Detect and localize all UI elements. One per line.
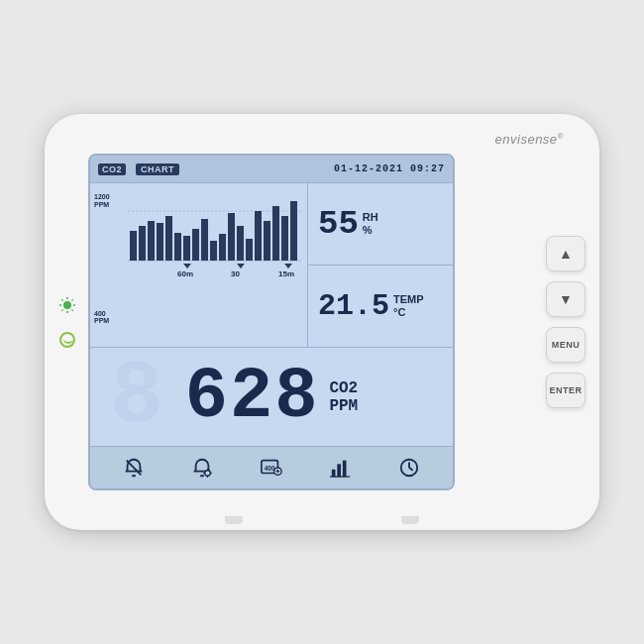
temperature-value: 21.5 [318,291,389,321]
svg-text:15m: 15m [278,269,294,278]
svg-rect-49 [343,461,347,478]
temperature-unit: TEMP°C [393,293,424,319]
screen-middle: 1200PPM 400PPM [90,183,453,348]
svg-text:30: 30 [231,269,240,278]
svg-rect-21 [219,234,226,261]
menu-label: MENU [552,340,581,350]
svg-rect-19 [201,219,208,261]
svg-rect-48 [337,464,341,477]
main-screen: CO2 CHART 01-12-2021 09:27 1200PPM 400PP… [88,154,455,490]
screen-topbar: CO2 CHART 01-12-2021 09:27 [90,156,453,183]
svg-rect-13 [148,221,155,261]
up-arrow-icon: ▲ [559,246,573,262]
svg-rect-12 [139,226,146,261]
device-feet [225,516,419,524]
svg-rect-29 [290,201,297,261]
svg-rect-17 [183,236,190,261]
up-button[interactable]: ▲ [546,236,586,271]
svg-rect-28 [281,216,288,261]
svg-line-8 [61,309,62,310]
bar-chart-svg: 60m 30 15m [128,191,301,278]
enter-label: ENTER [549,385,582,395]
y-label-top: 1200PPM [94,193,110,208]
alarm-off-icon[interactable] [123,457,145,479]
svg-line-5 [61,299,62,300]
svg-rect-18 [192,229,199,261]
svg-rect-25 [255,211,262,261]
svg-rect-16 [174,233,181,261]
chart-icon[interactable] [330,457,352,479]
svg-rect-26 [264,221,270,261]
chart-badge: CHART [136,163,179,175]
co2-badge: CO2 [98,163,126,175]
ppm-label: PPM [329,397,358,415]
chart-area: 1200PPM 400PPM [90,183,308,347]
co2-reading-section: 8 628 CO2 PPM [90,348,453,447]
svg-line-6 [71,309,72,310]
svg-rect-23 [237,226,244,261]
co2-value: 628 [185,362,320,433]
foot-right [401,516,419,524]
svg-rect-47 [332,470,336,477]
left-indicators [58,296,76,348]
temperature-display: 21.5 TEMP°C [308,266,453,347]
alarm-settings-icon[interactable] [191,457,213,479]
right-metrics: 55 RH% 21.5 TEMP°C [308,183,453,347]
smiley-indicator [59,332,75,348]
foot-left [225,516,243,524]
y-label-bottom: 400PPM [94,310,109,325]
svg-text:60m: 60m [177,269,193,278]
down-arrow-icon: ▼ [559,291,573,307]
svg-rect-27 [272,206,279,261]
svg-rect-15 [165,216,172,261]
svg-point-37 [205,471,211,477]
co2-label: CO2 [329,379,358,397]
svg-point-0 [63,301,71,309]
svg-marker-31 [237,264,245,268]
humidity-unit: RH% [363,211,378,237]
svg-rect-14 [157,223,163,261]
humidity-value: 55 [318,207,359,241]
calibration-icon[interactable]: 400 [260,457,283,479]
svg-line-7 [71,299,72,300]
svg-marker-32 [284,264,292,268]
brand-label: envisense® [495,132,564,147]
svg-rect-20 [210,241,217,261]
clock-icon[interactable] [398,457,420,479]
svg-rect-11 [130,231,137,261]
down-button[interactable]: ▼ [546,281,586,317]
svg-rect-22 [228,213,235,261]
co2-label-group: CO2 PPM [329,379,358,415]
svg-text:400: 400 [265,465,275,472]
menu-button[interactable]: MENU [546,327,586,363]
svg-marker-30 [183,264,191,268]
enter-button[interactable]: ENTER [546,373,586,408]
svg-rect-24 [246,239,253,261]
svg-line-53 [409,468,413,471]
device: envisense® CO2 CHART 0 [45,114,599,530]
status-led-green [58,296,76,314]
right-buttons: ▲ ▼ MENU ENTER [546,236,586,408]
humidity-display: 55 RH% [308,183,453,266]
datetime-display: 01-12-2021 09:27 [334,163,445,174]
screen-bottombar: 400 [90,447,453,488]
